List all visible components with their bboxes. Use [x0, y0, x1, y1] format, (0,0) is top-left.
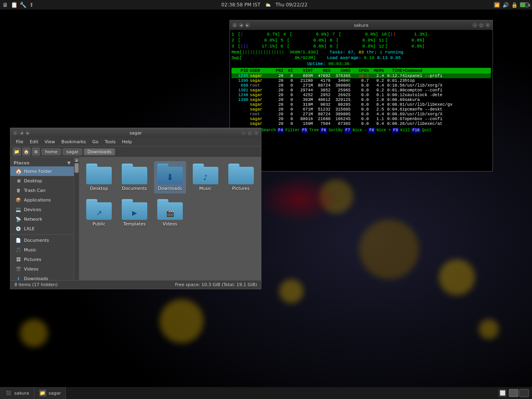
folder-icon-pictures [228, 164, 254, 184]
fm-breadcrumb-downloads[interactable]: Downloads [84, 148, 115, 155]
fm-menu-edit[interactable]: Edit [26, 138, 41, 145]
process-row[interactable]: 898 root 20 0 271M 88724 38980 S 0.0 4.4… [231, 83, 491, 88]
process-row[interactable]: root 20 0 271M 88724 38980 S 0.0 4.4 0:0… [231, 112, 491, 117]
sidebar-item-music[interactable]: 🎵 Music [10, 245, 74, 255]
lxle-icon: 💿 [15, 225, 22, 232]
panel-date: Thu 09/22/22 [275, 2, 307, 8]
lock-icon: 🔒 [511, 2, 518, 8]
col-header-cpu: CPU% [354, 68, 369, 73]
process-row[interactable]: sagar 20 0 319M 9032 8028 S 0.0 0.4 0:00… [231, 102, 491, 107]
process-row[interactable]: sagar 20 0 159M 7504 6736 S 0.0 0.4 0:00… [231, 121, 491, 126]
terminal-minimize-btn[interactable]: − [473, 23, 477, 28]
process-row[interactable]: 1248 sagar 20 0 4252 2952 2692 S 0.0 0.1… [231, 93, 491, 97]
file-item-videos[interactable]: 🎬 Videos [154, 197, 186, 229]
sidebar-item-downloads[interactable]: ⬇ Downloads [10, 274, 74, 280]
switcher-item-1[interactable] [509, 389, 518, 397]
fm-body: Places ▼ 🏠 Home Folder 🖥 Desktop 🗑 Trash… [10, 157, 261, 280]
file-item-pictures[interactable]: Pictures [225, 161, 257, 194]
applications-icon: 📦 [15, 197, 22, 203]
panel-icon-4: ⬆ [28, 1, 35, 8]
fm-prev-btn[interactable]: ◀ [19, 130, 24, 135]
col-header-mem: MEM% [369, 68, 384, 73]
scrollbar-up[interactable]: ▲ [75, 158, 79, 162]
file-item-documents[interactable]: Documents [119, 161, 151, 194]
file-item-templates[interactable]: ▶ Templates [119, 197, 151, 229]
fm-menu-help[interactable]: Help [119, 138, 135, 145]
panel-icon-2: 📋 [10, 1, 18, 8]
file-item-public[interactable]: ↗ Public [83, 197, 115, 229]
fm-icon-view-btn[interactable]: ⊞ [32, 148, 40, 156]
fm-menu-file[interactable]: File [13, 138, 26, 145]
sidebar-item-applications[interactable]: 📦 Applications [10, 195, 74, 205]
battery-indicator [520, 2, 529, 7]
fm-breadcrumb-home[interactable]: home [42, 148, 61, 155]
devices-icon: 💻 [15, 206, 22, 213]
fm-menu-tools[interactable]: Tools [102, 138, 119, 145]
terminal-next-btn[interactable]: ▶ [245, 23, 250, 28]
fm-home-btn[interactable]: 🏠 [22, 148, 30, 156]
sidebar-item-devices[interactable]: 💻 Devices [10, 205, 74, 214]
sidebar-item-network[interactable]: 📡 Network [10, 214, 74, 224]
fm-menu-go[interactable]: Go [89, 138, 101, 145]
fm-status-bar: 8 items (17 hidden) Free space: 10.3 GiB… [10, 280, 261, 289]
sidebar-item-pictures[interactable]: 🖼 Pictures [10, 255, 74, 264]
process-row[interactable]: 1396 sagar 20 0 21280 4176 3404 R 0.7 0.… [231, 78, 491, 83]
panel-center: 02:38:58 PM IST ⛅ Thu 09/22/22 [35, 2, 494, 8]
desktop-icon: 🖥 [15, 178, 22, 184]
htop-footer: F2Setup F3Search F4Filter F5Tree F6SortB… [231, 128, 491, 133]
fm-next-btn[interactable]: ▶ [26, 130, 30, 135]
terminal-close-btn[interactable]: × [485, 23, 490, 28]
folder-icon-templates: ▶ [122, 199, 147, 220]
taskbar-sakura-icon: ⬛ [5, 389, 12, 397]
panel-icon-3: 🔧 [19, 1, 26, 8]
fm-maximize-btn[interactable]: □ [247, 130, 252, 135]
fm-menu-view[interactable]: View [42, 138, 58, 145]
scrollbar-thumb[interactable] [75, 163, 79, 173]
sidebar-item-documents[interactable]: 📄 Documents [10, 235, 74, 245]
sidebar-item-trash[interactable]: 🗑 Trash Can [10, 186, 74, 195]
taskbar-item-sagar[interactable]: 📁 sagar [34, 387, 66, 399]
process-row[interactable]: 1301 sagar 20 0 29744 3852 2596 S 0.0 0.… [231, 88, 491, 93]
terminal-menu-btn[interactable]: ☰ [232, 23, 237, 28]
fm-toolbar: 📁 🏠 ⊞ home sagar Downloads [10, 146, 261, 157]
fm-menu-bookmarks[interactable]: Bookmarks [58, 138, 89, 145]
file-item-downloads[interactable]: ⬇ Downloads [154, 161, 186, 194]
col-header-time: TIME+ [384, 68, 405, 73]
col-header-res: RES [313, 68, 330, 73]
taskbar-item-sakura[interactable]: ⬛ sakura [0, 387, 34, 399]
terminal-content[interactable]: 1 [| 0.7%] 4 [ 0.0%] 7 [ 0.0%] 10 [|| 1.… [230, 30, 492, 171]
col-header-pri: PRI [272, 68, 283, 73]
file-item-desktop[interactable]: Desktop [83, 161, 115, 194]
panel-left: 🖥 📋 🔧 ⬆ [0, 1, 35, 8]
process-row[interactable]: sagar 20 0 671M 51232 31560 S 0.0 2.5 0:… [231, 107, 491, 112]
terminal-maximize-btn[interactable]: □ [479, 23, 484, 28]
taskbar-window-switcher [509, 389, 529, 397]
switcher-item-2[interactable] [519, 389, 529, 397]
trash-icon: 🗑 [15, 187, 22, 194]
sidebar-item-home-folder[interactable]: 🏠 Home Folder [10, 166, 74, 176]
videos-icon: 🎬 [15, 266, 22, 272]
fm-new-folder-btn[interactable]: 📁 [13, 148, 21, 156]
sidebar-item-videos[interactable]: 🎬 Videos [10, 264, 74, 274]
col-header-pid: PID [233, 68, 248, 73]
sidebar-item-desktop[interactable]: 🖥 Desktop [10, 176, 74, 186]
terminal-prev-btn[interactable]: ◀ [239, 23, 243, 28]
music-icon: 🎵 [15, 247, 22, 253]
process-row[interactable]: 1390 sagar 20 0 393M 40612 32912 S 0.0 2… [231, 97, 491, 102]
volume-icon: 🔊 [502, 2, 509, 8]
fm-scrollbar[interactable]: ▲ [74, 157, 79, 280]
process-row-selected[interactable]: 1245 sagar 20 0 895M 47692 37636 S 16.5 … [231, 73, 491, 78]
fm-minimize-btn[interactable]: − [241, 130, 246, 135]
fm-sidebar-collapse[interactable]: ▼ [67, 160, 71, 166]
fm-breadcrumb-sagar[interactable]: sagar [63, 148, 82, 155]
process-row[interactable]: sagar 20 0 88916 21680 16624 S 0.0 1.1 0… [231, 117, 491, 121]
fm-menu-btn[interactable]: ☰ [13, 130, 18, 135]
taskbar-show-desktop[interactable]: ⬜ [498, 389, 506, 397]
taskbar: ⬛ sakura 📁 sagar ⬜ [0, 387, 532, 399]
fm-close-btn[interactable]: × [254, 130, 259, 135]
file-item-music[interactable]: ♪ Music [189, 161, 222, 194]
fm-address-bar: home sagar Downloads [42, 148, 259, 155]
sidebar-item-lxle[interactable]: 💿 LXLE [10, 224, 74, 233]
col-header-user: USER [250, 68, 272, 73]
col-header-cmd: Command [405, 68, 489, 73]
